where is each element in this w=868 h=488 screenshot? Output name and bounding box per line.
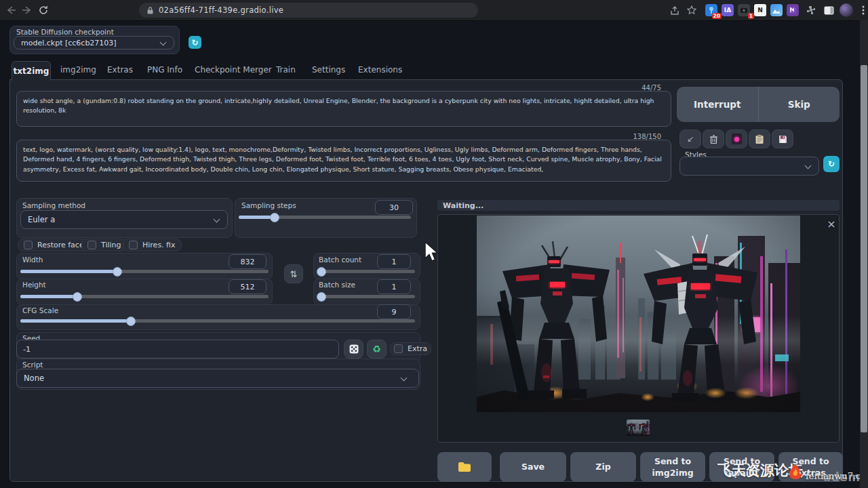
tab-train[interactable]: Train <box>276 65 296 75</box>
chevron-down-icon <box>214 216 220 223</box>
skip-button[interactable]: Skip <box>759 87 840 122</box>
address-bar[interactable]: 02a56ff4-71ff-439e.gradio.live <box>139 3 478 18</box>
reuse-seed-button[interactable]: ♻ <box>367 340 387 359</box>
arrow-down-left-icon: ↙ <box>687 134 694 144</box>
checkbox[interactable] <box>394 344 403 353</box>
extension-image-icon[interactable] <box>770 4 783 16</box>
generated-image[interactable] <box>477 216 800 412</box>
save-button[interactable]: Save <box>500 452 566 482</box>
scrollbar-thumb[interactable] <box>861 65 867 432</box>
extension-ia-icon[interactable]: IA <box>722 4 734 16</box>
sampling-steps-slider[interactable] <box>239 216 411 219</box>
checkbox[interactable] <box>87 241 96 249</box>
script-select[interactable]: None <box>16 369 419 388</box>
extra-networks-button[interactable] <box>726 129 747 148</box>
bookmark-star-icon[interactable] <box>685 3 698 17</box>
interrupt-button[interactable]: Interrupt <box>677 87 759 122</box>
prompt-textarea[interactable]: wide shot angle, a (gundam:0.8) robot st… <box>16 91 671 127</box>
tab-img2img[interactable]: img2img <box>60 65 96 75</box>
apply-styles-button[interactable] <box>749 129 770 148</box>
seed-input[interactable]: -1 <box>16 340 339 359</box>
batch-count-slider[interactable] <box>317 270 415 273</box>
domain-watermark: feitianwu7.com <box>806 469 868 482</box>
gallery-close-button[interactable]: × <box>825 217 838 230</box>
share-icon[interactable] <box>668 3 682 17</box>
slider-knob[interactable] <box>317 292 326 302</box>
tab-png-info[interactable]: PNG Info <box>147 65 182 75</box>
dice-icon <box>349 344 359 354</box>
back-icon[interactable] <box>4 3 18 17</box>
trash-icon <box>710 135 717 144</box>
menu-kebab-icon[interactable] <box>856 3 868 17</box>
hires-fix-checkbox-chip[interactable]: Hires. fix <box>123 239 182 251</box>
cfg-input[interactable]: 9 <box>377 304 411 319</box>
height-input[interactable]: 512 <box>229 279 267 294</box>
paste-params-button[interactable]: ↙ <box>679 129 701 148</box>
checkbox[interactable] <box>129 241 138 249</box>
forward-icon[interactable] <box>20 3 34 17</box>
checkpoint-select[interactable]: model.ckpt [cc6cb27103] <box>14 36 174 49</box>
checkbox[interactable] <box>24 241 33 249</box>
url-text: 02a56ff4-71ff-439e.gradio.live <box>159 5 283 15</box>
slider-knob[interactable] <box>126 317 136 326</box>
cfg-slider[interactable] <box>20 319 415 323</box>
slider-knob[interactable] <box>317 267 326 277</box>
tab-txt2img[interactable]: txt2img <box>12 61 51 81</box>
extension-capture-badge: 1 <box>748 13 754 19</box>
random-seed-button[interactable] <box>344 340 363 359</box>
extension-pin-icon[interactable]: 20 <box>705 4 717 16</box>
slider-knob[interactable] <box>113 267 122 277</box>
swap-dimensions-button[interactable]: ⇅ <box>284 264 303 283</box>
zip-button[interactable]: Zip <box>570 452 636 482</box>
batch-size-input[interactable]: 1 <box>377 279 411 294</box>
batch-size-slider[interactable] <box>317 295 415 298</box>
open-folder-button[interactable] <box>437 452 492 482</box>
batch-count-input[interactable]: 1 <box>377 254 411 269</box>
flame-logo-icon <box>787 462 804 483</box>
sampling-steps-label: Sampling steps <box>241 201 296 209</box>
sidebar-toggle-icon[interactable] <box>822 3 835 17</box>
lock-icon <box>147 4 153 17</box>
sampling-method-select[interactable]: Euler a <box>20 210 228 229</box>
clear-prompt-button[interactable] <box>703 129 724 148</box>
profile-avatar[interactable] <box>840 3 853 17</box>
send-to-img2img-button[interactable]: Send to img2img <box>640 452 705 482</box>
clipboard-icon <box>755 134 764 144</box>
script-label: Script <box>22 361 43 369</box>
extensions-puzzle-icon[interactable] <box>804 3 818 17</box>
styles-refresh-button[interactable]: ↻ <box>823 156 840 172</box>
sampling-steps-input[interactable]: 30 <box>375 200 413 215</box>
slider-knob[interactable] <box>270 213 279 222</box>
tab-extensions[interactable]: Extensions <box>358 65 402 75</box>
slider-knob[interactable] <box>73 292 82 302</box>
save-style-button[interactable] <box>772 129 793 148</box>
recycle-icon: ♻ <box>372 344 381 354</box>
floppy-icon <box>778 135 787 144</box>
tab-checkpoint-merger[interactable]: Checkpoint Merger <box>195 65 272 75</box>
height-slider[interactable] <box>20 295 269 298</box>
folder-icon <box>458 462 471 472</box>
width-input[interactable]: 832 <box>229 254 267 269</box>
swap-arrows-icon: ⇅ <box>290 269 298 279</box>
tab-extras[interactable]: Extras <box>107 65 133 75</box>
negative-textarea[interactable]: text, logo, watermark, (worst quality, l… <box>16 140 671 182</box>
width-label: Width <box>22 256 43 264</box>
checkpoint-refresh-button[interactable]: ↻ <box>189 36 201 49</box>
reload-icon[interactable] <box>37 3 50 17</box>
progress-bar: Waiting... <box>437 200 840 211</box>
extra-networks-card-icon <box>732 134 742 144</box>
sampling-method-label: Sampling method <box>22 201 85 209</box>
tiling-checkbox-chip[interactable]: Tiling <box>81 239 127 251</box>
checkpoint-label: Stable Diffusion checkpoint <box>16 28 114 36</box>
extension-capture-icon[interactable]: 1 <box>738 4 750 16</box>
extension-onenote-icon[interactable] <box>787 4 799 16</box>
cfg-block <box>16 304 420 330</box>
styles-select[interactable] <box>679 157 819 176</box>
extension-notion-icon[interactable]: N <box>754 4 766 16</box>
gallery-thumbnail[interactable] <box>627 420 650 436</box>
extension-pin-badge: 20 <box>712 13 722 19</box>
tab-settings[interactable]: Settings <box>312 65 345 75</box>
width-slider[interactable] <box>20 270 269 273</box>
extra-seed-checkbox-chip[interactable]: Extra <box>390 342 431 355</box>
progress-status: Waiting... <box>443 201 484 210</box>
